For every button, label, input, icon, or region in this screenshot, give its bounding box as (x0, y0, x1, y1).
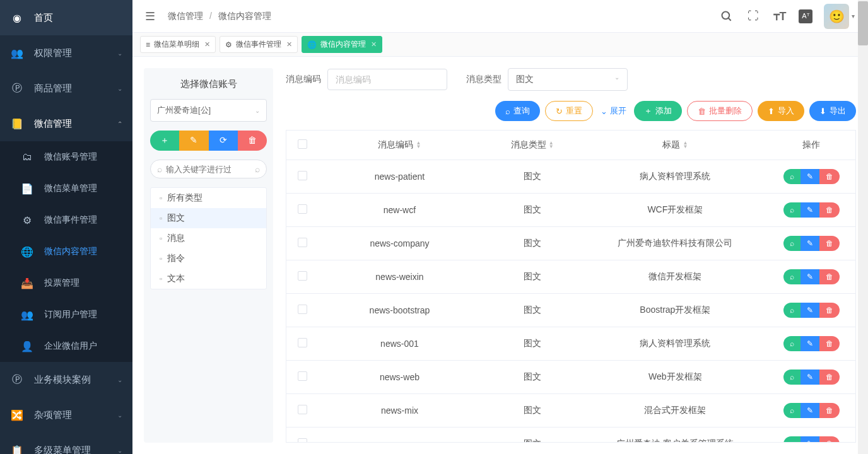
tree-item[interactable]: ▫ 指令 (151, 248, 266, 269)
nav-label: 多级菜单管理 (34, 445, 91, 455)
row-checkbox[interactable] (298, 305, 307, 314)
export-button[interactable]: ⬇导出 (809, 101, 856, 121)
tree-item[interactable]: ▫ 消息 (151, 228, 266, 248)
translate-icon[interactable]: Aᵀ (799, 9, 812, 23)
avatar: 🙂 (824, 4, 849, 29)
row-checkbox[interactable] (298, 405, 307, 414)
select-all-checkbox[interactable] (298, 139, 307, 149)
tree-refresh-button[interactable]: ⟳ (209, 131, 238, 151)
edit-button[interactable]: ✎ (801, 403, 819, 418)
view-button[interactable]: ⌕ (783, 202, 801, 218)
nav-wechat[interactable]: 📒 微信管理 ⌃ (0, 106, 132, 141)
tree-edit-button[interactable]: ✎ (179, 131, 208, 151)
row-checkbox[interactable] (298, 438, 307, 443)
delete-button[interactable]: 🗑 (819, 269, 840, 284)
row-checkbox[interactable] (298, 371, 307, 381)
tree-search-input[interactable] (166, 165, 251, 174)
sort-icon[interactable]: ▲▼ (416, 141, 421, 149)
delete-button[interactable]: 🗑 (819, 336, 840, 351)
textsize-icon[interactable]: ᴛT (772, 9, 787, 23)
nav-sub-item[interactable]: 🗂 微信账号管理 (0, 141, 132, 173)
edit-button[interactable]: ✎ (801, 370, 819, 385)
delete-button[interactable]: 🗑 (819, 202, 840, 218)
query-button[interactable]: ⌕查询 (495, 101, 540, 121)
edit-button[interactable]: ✎ (801, 269, 819, 284)
view-button[interactable]: ⌕ (783, 370, 801, 385)
tab[interactable]: ≡ 微信菜单明细 ✕ (140, 36, 216, 53)
expand-link[interactable]: ⌄展开 (598, 101, 629, 121)
account-select[interactable]: 广州爱奇迪[公] ⌄ (150, 99, 267, 122)
view-button[interactable]: ⌕ (783, 436, 801, 443)
nav-item[interactable]: Ⓟ 业务模块案例 ⌄ (0, 362, 132, 397)
delete-button[interactable]: 🗑 (819, 403, 840, 418)
tree-search[interactable]: ⌕ ⌕ (150, 160, 267, 178)
sort-icon[interactable]: ▲▼ (549, 141, 554, 149)
tree-item[interactable]: ▫ 所有类型 (151, 188, 266, 208)
sort-icon[interactable]: ▲▼ (683, 141, 688, 149)
tree-item[interactable]: ▫ 图文 (151, 208, 266, 228)
nav-item[interactable]: 📋 多级菜单管理 ⌄ (0, 433, 132, 454)
filter-code-input[interactable] (327, 69, 447, 90)
delete-button[interactable]: 🗑 (819, 370, 840, 385)
view-button[interactable]: ⌕ (783, 236, 801, 251)
reset-button[interactable]: ↻重置 (545, 101, 593, 121)
cell-ops: ⌕ ✎ 🗑 (767, 160, 855, 193)
nav-home[interactable]: ◉ 首页 (0, 0, 132, 35)
search-icon[interactable]: ⌕ (255, 164, 260, 174)
row-checkbox[interactable] (298, 171, 307, 180)
nav-item[interactable]: 🔀 杂项管理 ⌄ (0, 397, 132, 433)
view-button[interactable]: ⌕ (783, 269, 801, 284)
tab[interactable]: ⚙ 微信事件管理 ✕ (220, 36, 298, 53)
view-button[interactable]: ⌕ (783, 303, 801, 318)
chevron-down-icon: ⌄ (117, 85, 122, 92)
tree-add-button[interactable]: ＋ (150, 131, 179, 151)
cell-type: 图文 (481, 329, 584, 358)
search-icon[interactable] (719, 10, 734, 23)
edit-button[interactable]: ✎ (801, 336, 819, 351)
nav-label: 微信菜单管理 (44, 183, 97, 194)
fullscreen-icon[interactable]: ⛶ (746, 9, 761, 23)
tree-delete-button[interactable]: 🗑 (238, 131, 267, 151)
edit-button[interactable]: ✎ (801, 436, 819, 443)
delete-button[interactable]: 🗑 (819, 169, 840, 184)
batch-delete-button[interactable]: 🗑批量删除 (687, 101, 753, 121)
table-row: news-patient 图文 病人资料管理系统 ⌕ ✎ 🗑 (286, 160, 855, 194)
nav-sub-item[interactable]: 🌐 微信内容管理 (0, 236, 132, 267)
tab[interactable]: 🌐 微信内容管理 ✕ (302, 36, 382, 53)
menu-toggle-icon[interactable]: ☰ (145, 9, 155, 23)
cell-ops: ⌕ ✎ 🗑 (767, 294, 855, 327)
filter-type-select[interactable]: 图文 ⌄ (508, 68, 628, 91)
nav-item[interactable]: Ⓟ 商品管理 ⌄ (0, 71, 132, 106)
close-icon[interactable]: ✕ (286, 40, 292, 49)
row-checkbox[interactable] (298, 204, 307, 214)
nav-sub-item[interactable]: 👥 订阅用户管理 (0, 299, 132, 330)
row-checkbox[interactable] (298, 238, 307, 247)
user-menu[interactable]: 🙂 ▾ (824, 4, 855, 29)
tree-item[interactable]: ▫ 文本 (151, 269, 266, 289)
nav-item[interactable]: 👥 权限管理 ⌄ (0, 35, 132, 71)
crumb-1[interactable]: 微信管理 (168, 11, 203, 21)
nav-sub-item[interactable]: ⚙ 微信事件管理 (0, 204, 132, 236)
row-checkbox[interactable] (298, 338, 307, 347)
nav-sub-item[interactable]: 📥 投票管理 (0, 267, 132, 299)
view-button[interactable]: ⌕ (783, 336, 801, 351)
delete-button[interactable]: 🗑 (819, 236, 840, 251)
close-icon[interactable]: ✕ (371, 40, 377, 49)
edit-button[interactable]: ✎ (801, 303, 819, 318)
view-button[interactable]: ⌕ (783, 169, 801, 184)
edit-button[interactable]: ✎ (801, 169, 819, 184)
view-button[interactable]: ⌕ (783, 403, 801, 418)
delete-button[interactable]: 🗑 (819, 303, 840, 318)
nav-sub-item[interactable]: 👤 企业微信用户 (0, 330, 132, 362)
import-button[interactable]: ⬆导入 (758, 101, 804, 121)
row-checkbox[interactable] (298, 271, 307, 281)
edit-button[interactable]: ✎ (801, 236, 819, 251)
scrollbar-thumb[interactable] (858, 1, 868, 45)
close-icon[interactable]: ✕ (204, 40, 210, 49)
window-scrollbar[interactable] (858, 0, 868, 454)
delete-button[interactable]: 🗑 (819, 436, 840, 443)
filter-type-label: 消息类型 (466, 74, 501, 85)
add-button[interactable]: ＋添加 (634, 101, 682, 121)
edit-button[interactable]: ✎ (801, 202, 819, 218)
nav-sub-item[interactable]: 📄 微信菜单管理 (0, 173, 132, 204)
